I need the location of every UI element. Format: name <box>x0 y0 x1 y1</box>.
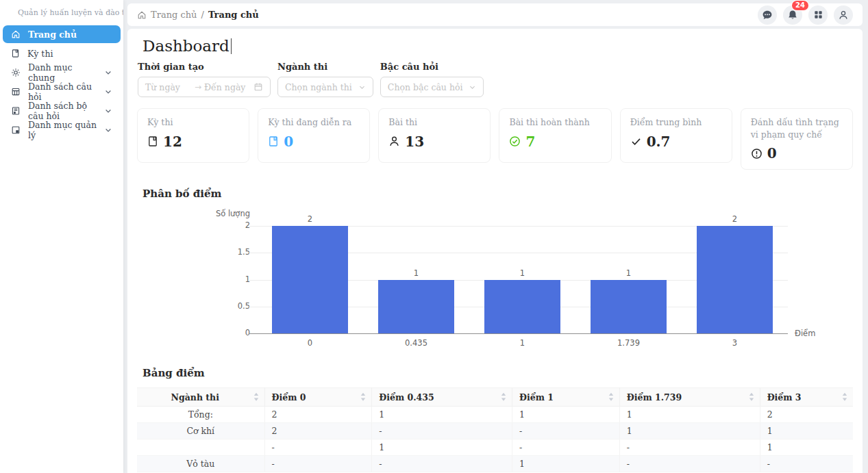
exam-icon <box>268 136 279 147</box>
chart-bar-0[interactable] <box>272 226 348 333</box>
sort-icon[interactable] <box>842 393 847 402</box>
table-header-row: Ngành thiĐiểm 0Điểm 0.435Điểm 1Điểm 1.73… <box>137 388 853 407</box>
messages-button[interactable] <box>758 5 777 25</box>
question-list-icon <box>11 87 21 97</box>
table-cell: - <box>512 439 620 456</box>
sort-icon[interactable] <box>360 393 366 402</box>
table-cell: - <box>760 456 853 472</box>
topbar: Trang chủ / Trang chủ 24 <box>127 3 863 26</box>
breadcrumb-current: Trang chủ <box>208 10 259 20</box>
bell-icon <box>787 10 798 21</box>
chart-bar-2[interactable] <box>484 280 560 334</box>
message-icon <box>762 10 773 21</box>
sidebar-item-label: Danh mục chung <box>28 62 97 83</box>
column-header-label: Điểm 0.435 <box>379 392 434 402</box>
chevron-down-icon <box>358 84 366 91</box>
table-cell: 1 <box>512 456 620 472</box>
sidebar-item-3[interactable]: Danh sách câu hỏi <box>3 83 121 101</box>
major-select[interactable]: Chọn ngành thi <box>277 77 373 97</box>
exam-icon <box>147 136 158 147</box>
filter-date-label: Thời gian tạo <box>138 62 271 72</box>
table-cell: 1 <box>512 407 620 423</box>
sidebar-item-label: Danh sách bộ câu hỏi <box>28 101 97 121</box>
table-cell: 2 <box>264 423 372 439</box>
chart-section-title: Phân bố điểm <box>142 188 853 200</box>
stat-card-value: 0 <box>284 133 293 150</box>
sidebar-item-0[interactable]: Trang chủ <box>3 25 121 43</box>
chart-bar-3[interactable] <box>591 280 667 334</box>
chart-bar-1[interactable] <box>378 280 454 334</box>
sidebar-item-2[interactable]: Danh mục chung <box>3 64 121 81</box>
page-title[interactable]: Dashboard <box>142 37 230 55</box>
stat-card-2: Bài thi13 <box>378 108 491 163</box>
y-axis-name: Số lượng <box>137 209 250 218</box>
sort-icon[interactable] <box>749 393 754 402</box>
date-range-picker[interactable]: Từ ngày → Đến ngày <box>138 77 271 97</box>
filter-major: Ngành thi Chọn ngành thi <box>277 62 373 97</box>
major-select-placeholder: Chọn ngành thi <box>285 82 352 92</box>
table-cell: 1 <box>760 439 853 456</box>
sort-icon[interactable] <box>608 393 614 402</box>
sidebar-item-label: Kỳ thi <box>27 49 53 59</box>
y-tick-label: 1.5 <box>137 247 250 257</box>
table-row-2: -1--1 <box>137 439 853 456</box>
level-select[interactable]: Chọn bậc câu hỏi <box>380 77 484 97</box>
x-axis-name: Điểm <box>795 329 815 338</box>
sort-icon[interactable] <box>501 393 506 402</box>
stat-card-value: 0 <box>767 145 777 162</box>
table-cell: 2 <box>760 407 853 423</box>
arrow-right-icon: → <box>195 82 201 92</box>
column-header-label: Điểm 3 <box>767 392 802 402</box>
table-row-0: Tổng:21112 <box>137 407 853 423</box>
table-cell: Vỏ tàu <box>137 456 264 472</box>
column-header-1[interactable]: Điểm 0 <box>264 388 372 407</box>
sidebar-item-label: Danh sách câu hỏi <box>28 81 97 102</box>
breadcrumb-separator: / <box>201 10 204 20</box>
sidebar-item-5[interactable]: Danh mục quản lý <box>3 121 121 139</box>
apps-button[interactable] <box>808 5 828 25</box>
stat-cards: Kỳ thi12Kỳ thi đang diễn ra0Bài thi13Bài… <box>137 108 853 170</box>
column-header-2[interactable]: Điểm 0.435 <box>372 388 512 407</box>
filters: Thời gian tạo Từ ngày → Đến ngày Ngành t… <box>138 62 853 97</box>
question-set-icon <box>11 106 21 116</box>
profile-button[interactable] <box>834 5 853 25</box>
level-select-placeholder: Chọn bậc câu hỏi <box>388 82 463 92</box>
table-cell <box>137 439 264 456</box>
calendar-icon <box>253 82 263 92</box>
sidebar-item-label: Danh mục quản lý <box>28 120 97 140</box>
stat-card-value: 7 <box>525 133 535 150</box>
chevron-down-icon <box>469 84 476 91</box>
notifications-button[interactable]: 24 <box>783 5 802 25</box>
stat-card-1: Kỳ thi đang diễn ra0 <box>258 108 370 163</box>
column-header-3[interactable]: Điểm 1 <box>512 388 620 407</box>
table-cell: - <box>512 423 620 439</box>
stat-card-label: Bài thi <box>388 116 480 129</box>
table-cell: 1 <box>619 407 760 423</box>
stat-card-3: Bài thi hoàn thành7 <box>499 108 611 163</box>
table-cell: 2 <box>264 407 372 423</box>
date-to-placeholder[interactable]: Đến ngày <box>204 82 251 92</box>
breadcrumb-root[interactable]: Trang chủ <box>151 10 197 20</box>
date-from-placeholder[interactable]: Từ ngày <box>145 82 192 92</box>
table-section-title: Bảng điểm <box>142 367 853 379</box>
column-header-0[interactable]: Ngành thi <box>137 388 264 407</box>
check-circle-icon <box>509 136 521 147</box>
sidebar-item-4[interactable]: Danh sách bộ câu hỏi <box>3 102 121 120</box>
app-title: Quản lý huấn luyện và đào tạo <box>0 0 123 23</box>
stat-card-value: 0.7 <box>647 133 671 150</box>
chevron-down-icon <box>104 68 112 77</box>
stat-card-5: Đánh dấu tình trạng vi phạm quy chế0 <box>741 108 853 170</box>
page-title-row: Dashboard <box>142 37 853 55</box>
sort-icon[interactable] <box>253 393 259 402</box>
table-cell: 1 <box>619 423 760 439</box>
stat-card-value: 13 <box>405 133 424 150</box>
table-cell: - <box>619 456 760 472</box>
x-tick-label: 1.739 <box>598 338 660 348</box>
chart-bar-4[interactable] <box>697 226 773 333</box>
chevron-down-icon <box>104 126 112 134</box>
column-header-4[interactable]: Điểm 1.739 <box>619 388 760 407</box>
filter-level: Bậc câu hỏi Chọn bậc câu hỏi <box>380 62 484 97</box>
score-distribution-chart: Số lượng00.511.522010.4351111.73923Điểm <box>137 211 853 357</box>
column-header-5[interactable]: Điểm 3 <box>760 388 853 407</box>
sidebar-item-1[interactable]: Kỳ thi <box>3 44 121 62</box>
